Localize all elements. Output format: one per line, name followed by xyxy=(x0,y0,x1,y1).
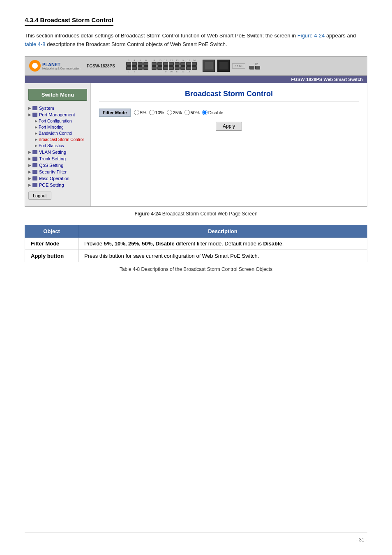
sfp-area: 7 6 6 E xyxy=(203,60,245,72)
sidebar-subitem-port-configuration[interactable]: ▶ Port Configuration xyxy=(25,118,90,124)
radio-group: 5% 10% 25% 50% Disable xyxy=(134,110,224,115)
radio-10pct[interactable]: 10% xyxy=(149,110,164,115)
table-cell-object-0: Filter Mode xyxy=(25,237,78,250)
right-port-group: →10 xyxy=(249,62,260,69)
apply-row: Apply xyxy=(99,122,359,131)
filter-mode-label: Filter Mode xyxy=(99,109,131,117)
intro-text: This section introduces detail settings … xyxy=(25,32,367,49)
sidebar-item-poe-setting[interactable]: ▶ POE Setting xyxy=(25,182,90,188)
col-header-object: Object xyxy=(25,225,78,237)
planet-logo: PLANET Networking & Communication xyxy=(29,60,80,72)
device-model: FGSW-1828PS xyxy=(87,64,120,68)
figure-caption: Figure 4-24 Broadcast Storm Control Web … xyxy=(25,211,367,217)
table-cell-object-1: Apply button xyxy=(25,250,78,262)
col-header-description: Description xyxy=(78,225,367,237)
sidebar-item-port-management[interactable]: ▶ Port Management xyxy=(25,111,90,118)
page-number: - 31 - xyxy=(356,537,367,543)
table-row-filter-mode: Filter Mode Provide 5%, 10%, 25%, 50%, D… xyxy=(25,237,367,250)
sidebar-subitem-broadcast-storm-control[interactable]: ▶ Broadcast Storm Control xyxy=(25,136,90,143)
sidebar-item-qos-setting[interactable]: ▶ QoS Setting xyxy=(25,162,90,169)
sidebar-item-misc-operation[interactable]: ▶ Misc Operation xyxy=(25,175,90,182)
sidebar-subitem-port-mirroring[interactable]: ▶ Port Mirroring xyxy=(25,124,90,130)
sidebar-item-vlan-setting[interactable]: ▶ VLAN Setting xyxy=(25,149,90,155)
sidebar: Switch Menu ▶ System ▶ Port Management ▶… xyxy=(25,83,91,206)
apply-button[interactable]: Apply xyxy=(216,122,242,131)
radio-5pct[interactable]: 5% xyxy=(134,110,147,115)
radio-disable[interactable]: Disable xyxy=(202,110,224,115)
table-caption: Table 4-8 Descriptions of the Broadcast … xyxy=(25,266,367,272)
radio-50pct[interactable]: 50% xyxy=(184,110,200,115)
table-cell-desc-1: Press this button for save current confi… xyxy=(78,250,367,262)
description-table: Object Description Filter Mode Provide 5… xyxy=(25,225,367,262)
device-ports: 3 4 5 6 1 xyxy=(126,59,363,73)
radio-25pct[interactable]: 25% xyxy=(167,110,182,115)
table-link[interactable]: table 4-8 xyxy=(25,41,46,47)
sidebar-subitem-bandwidth-control[interactable]: ▶ Bandwidth Control xyxy=(25,130,90,136)
logout-button[interactable]: Logout xyxy=(28,192,51,200)
sidebar-item-system[interactable]: ▶ System xyxy=(25,105,90,111)
section-title: 4.3.4 Broadcast Storm Control xyxy=(25,16,113,26)
device-ui: Switch Menu ▶ System ▶ Port Management ▶… xyxy=(25,83,367,206)
table-row-apply-button: Apply button Press this button for save … xyxy=(25,250,367,262)
device-top-bar: PLANET Networking & Communication FGSW-1… xyxy=(25,57,367,76)
bottom-rule xyxy=(25,532,367,532)
filter-mode-row: Filter Mode 5% 10% 25% 50% xyxy=(99,109,359,117)
sidebar-item-trunk-setting[interactable]: ▶ Trunk Setting xyxy=(25,155,90,162)
figure-link[interactable]: Figure 4-24 xyxy=(297,32,325,39)
device-frame: PLANET Networking & Communication FGSW-1… xyxy=(25,56,367,207)
main-content-area: Broadcast Storm Control Filter Mode 5% 1… xyxy=(91,83,367,206)
sidebar-subitem-port-statistics[interactable]: ▶ Port Statistics xyxy=(25,143,90,149)
page-title: Broadcast Storm Control xyxy=(99,90,359,102)
sidebar-item-security-filter[interactable]: ▶ Security Filter xyxy=(25,169,90,175)
table-cell-desc-0: Provide 5%, 10%, 25%, 50%, Disable diffe… xyxy=(78,237,367,250)
switch-menu-button[interactable]: Switch Menu xyxy=(28,89,87,101)
device-title-bar: FGSW-1828PS Web Smart Switch xyxy=(25,76,367,83)
